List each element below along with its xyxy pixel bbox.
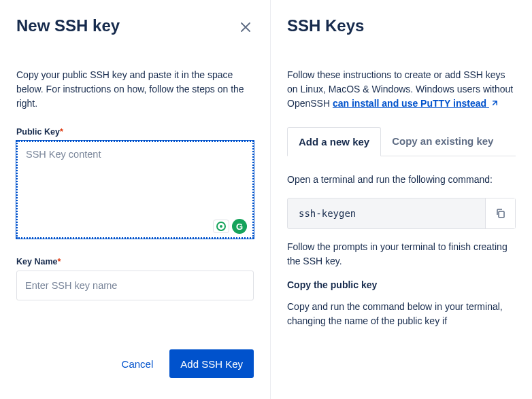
modal-actions: Cancel Add SSH Key [16,349,254,378]
ssh-keys-help-panel: SSH Keys Follow these instructions to cr… [270,0,532,399]
public-key-field-wrap: G [16,141,254,241]
section-copy-public-key: Copy the public key [287,279,516,290]
tab-add-new-key[interactable]: Add a new key [287,127,381,156]
putty-link[interactable]: can install and use PuTTY instead [333,98,498,109]
help-intro: Follow these instructions to create or a… [287,68,516,111]
grammarly-icon[interactable]: G [232,219,247,234]
copy-command-button[interactable] [485,198,515,228]
external-link-icon [491,100,498,107]
step1-followup: Follow the prompts in your terminal to f… [287,240,516,268]
help-title: SSH Keys [287,16,516,35]
close-button[interactable] [237,19,254,35]
modal-title: New SSH key [16,16,254,35]
command-text: ssh-keygen [288,198,485,228]
close-icon [241,22,250,32]
step2-instruction: Copy and run the command below in your t… [287,300,516,328]
copy-icon [495,208,506,219]
step1-instruction: Open a terminal and run the following co… [287,173,516,187]
svg-rect-0 [499,211,504,218]
modal-intro: Copy your public SSH key and paste it in… [16,68,254,111]
public-key-label: Public Key* [16,127,254,137]
new-ssh-key-modal: New SSH key Copy your public SSH key and… [0,0,270,399]
grammarly-hint-icon[interactable] [213,220,229,233]
key-name-input[interactable] [16,271,254,300]
cancel-button[interactable]: Cancel [111,349,165,378]
tab-copy-existing-key[interactable]: Copy an existing key [381,127,504,156]
help-tabs: Add a new key Copy an existing key [287,127,516,156]
add-ssh-key-button[interactable]: Add SSH Key [169,349,254,378]
command-block: ssh-keygen [287,198,516,229]
key-name-label: Key Name* [16,257,254,266]
grammarly-overlay: G [213,219,247,234]
